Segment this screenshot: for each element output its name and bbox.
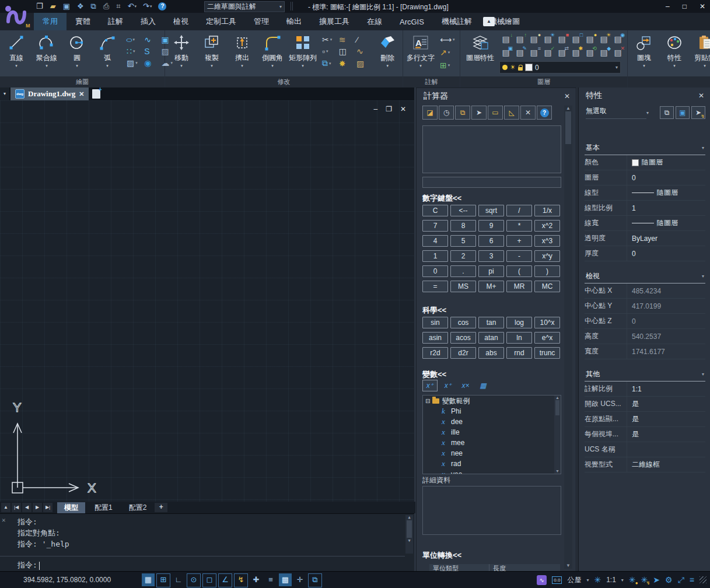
line-button[interactable]: 直線 ▾	[2, 32, 31, 68]
edit-polyline-icon[interactable]: ∿	[356, 47, 369, 56]
dee[interactable]: x dee	[423, 416, 561, 427]
variables-tree[interactable]: ⊟ 變數範例 k Phi x dee x	[422, 395, 561, 474]
calculator-history-box[interactable]	[422, 125, 561, 173]
layer-on-all-icon[interactable]: ▤ ●	[583, 33, 596, 46]
viewport-close-button[interactable]: ✕	[400, 105, 406, 113]
new-drawing-button[interactable]: +	[92, 89, 100, 99]
copy-button[interactable]: 複製 ▾	[197, 32, 226, 68]
copy-nested-icon[interactable]: ⧉ ▾	[322, 58, 334, 68]
calculator-key[interactable]: x^y	[534, 250, 560, 262]
units-section-header[interactable]: 單位轉換<<	[422, 550, 461, 561]
selection-filter-icon[interactable]: ➤	[653, 575, 660, 584]
maximize-button[interactable]: □	[683, 2, 687, 10]
annotation-viewport-icon[interactable]: ⧉	[308, 573, 322, 587]
vee[interactable]: x vee	[423, 469, 561, 474]
layer-properties-button[interactable]: 圖層特性	[462, 32, 498, 63]
ribbon-tab[interactable]: 輸出	[278, 13, 310, 30]
save-as-icon[interactable]: ❖	[77, 0, 85, 13]
calculator-key[interactable]: )	[534, 265, 560, 277]
paste-to-command-icon[interactable]: ⧉	[455, 106, 470, 120]
scroll-down-icon[interactable]: ▼	[408, 538, 410, 543]
close-icon[interactable]: ✕	[2, 516, 6, 524]
rectangular-array-button[interactable]: 矩形陣列 ▾	[288, 32, 317, 68]
rad[interactable]: x rad	[423, 459, 561, 469]
trim-icon[interactable]: ✂ ▾	[322, 35, 334, 44]
ille[interactable]: x ille	[423, 427, 561, 438]
calculator-function-key[interactable]: atan	[478, 332, 504, 344]
calculator-key[interactable]: .	[450, 265, 476, 277]
resize-grip[interactable]	[699, 576, 706, 583]
new-file-icon[interactable]: ❐	[36, 0, 44, 13]
layer-off-icon[interactable]: ▤ ●	[527, 33, 540, 46]
layer-vpfreeze-icon[interactable]: ▤ ◆	[597, 47, 610, 59]
tree-scrollbar[interactable]: ▲ ▼	[554, 396, 561, 474]
tree-collapse-icon[interactable]: ⊟	[425, 398, 430, 404]
calculator-key[interactable]: M+	[478, 281, 504, 292]
scrollbar-thumb[interactable]	[407, 520, 412, 538]
calculator-input-field[interactable]	[422, 177, 561, 188]
layer-match-icon[interactable]: ▤ ▣	[499, 47, 512, 59]
numpad-section-header[interactable]: 數字鍵盤<<	[422, 193, 461, 204]
extend-icon[interactable]: ∕	[356, 35, 369, 44]
clear-icon[interactable]: ◪	[422, 106, 438, 120]
layer-merge-icon[interactable]: ▤ ≡	[527, 47, 540, 59]
section-header-general[interactable]: 基本 ▾	[585, 141, 705, 155]
annotation-visibility-icon[interactable]: ✳●	[629, 575, 636, 584]
scroll-down-icon[interactable]: ▼	[564, 563, 572, 568]
scroll-down-icon[interactable]: ▼	[554, 469, 561, 473]
calculator-function-key[interactable]: log	[506, 317, 532, 328]
calculator-key[interactable]: 9	[478, 220, 504, 232]
ribbon-tab[interactable]: 定制工具	[197, 13, 245, 30]
calculator-key[interactable]: 7	[422, 220, 448, 232]
calculator-key[interactable]: *	[506, 220, 532, 232]
polyline-button[interactable]: 聚合線 ▾	[32, 32, 61, 68]
ellipse-icon[interactable]: ○ ▾	[127, 35, 139, 44]
calculator-function-key[interactable]: acos	[450, 332, 476, 344]
osnap-tracking-icon[interactable]: ∠	[218, 573, 232, 587]
calculator-key[interactable]: 0	[422, 265, 448, 277]
print-icon[interactable]: ⎙	[103, 0, 110, 13]
annotation-scale-label[interactable]: 1:1	[606, 576, 616, 584]
rectangle-icon[interactable]: ▫ ▾	[322, 47, 334, 56]
drawing-units-icon[interactable]: 0.0	[552, 576, 562, 584]
edit-hatch-icon[interactable]: ▨	[356, 58, 369, 68]
file-tab-drawing1[interactable]: dwg Drawing1.dwg ✕	[11, 88, 89, 100]
fullscreen-icon[interactable]: ⤢	[678, 575, 684, 585]
minimize-button[interactable]: –	[666, 2, 670, 10]
quick-select-icon[interactable]: ▣	[676, 106, 690, 119]
erase-button[interactable]: 刪除 ▾	[373, 32, 402, 68]
layout-nav-button[interactable]: |◀	[12, 503, 21, 512]
calculator-function-key[interactable]: r2d	[422, 347, 448, 359]
section-header-misc[interactable]: 其他 ▾	[585, 368, 705, 382]
undo-icon[interactable]: ↶ ▾	[128, 0, 137, 13]
selection-dropdown[interactable]: 無選取	[586, 106, 646, 119]
app-logo-icon[interactable]: M	[2, 1, 32, 29]
calculator-key[interactable]: MS	[450, 281, 476, 292]
redo-icon[interactable]: ↷ ▾	[143, 0, 152, 13]
calculator-key[interactable]: 1/x	[534, 205, 560, 216]
clipboard-button[interactable]: 剪貼簿 ▾	[690, 32, 710, 68]
toggle-pickadd-icon[interactable]: ⧉	[660, 106, 674, 119]
new-variable-icon[interactable]: x⁺	[422, 380, 438, 391]
calculator-key[interactable]: pi	[478, 265, 504, 277]
close-button[interactable]: ✕	[699, 2, 705, 10]
chevron-down-icon[interactable]: ▾	[621, 578, 624, 583]
ribbon-tab[interactable]: 擴展工具	[310, 13, 358, 30]
close-icon[interactable]: ✕	[564, 92, 570, 100]
block-button[interactable]: 圖塊 ▾	[629, 32, 659, 68]
layer-explode-icon[interactable]: ▤ ✱	[569, 47, 582, 59]
layer-dropdown[interactable]: ☀ 0 ▾	[499, 61, 621, 74]
fillet-button[interactable]: 倒圓角 ▾	[258, 32, 287, 68]
copy-sheets-icon[interactable]: ⧉	[91, 0, 97, 13]
delete-variable-icon[interactable]: x×	[459, 380, 473, 391]
section-header-view[interactable]: 檢視 ▾	[585, 270, 705, 284]
workspace-dropdown[interactable]: 二維草圖與註解 ▾	[204, 1, 285, 12]
ribbon-tab[interactable]: 註解	[99, 13, 132, 30]
model-space-icon[interactable]: ∿	[537, 575, 547, 585]
calculator-function-key[interactable]: rnd	[506, 347, 532, 359]
calculator-key[interactable]: /	[506, 205, 532, 216]
close-icon[interactable]: ✕	[79, 90, 84, 98]
transparency-icon[interactable]: ≡	[264, 573, 277, 586]
viewport-minimize-button[interactable]: –	[373, 105, 377, 113]
chevron-down-icon[interactable]: ▾	[586, 578, 589, 583]
